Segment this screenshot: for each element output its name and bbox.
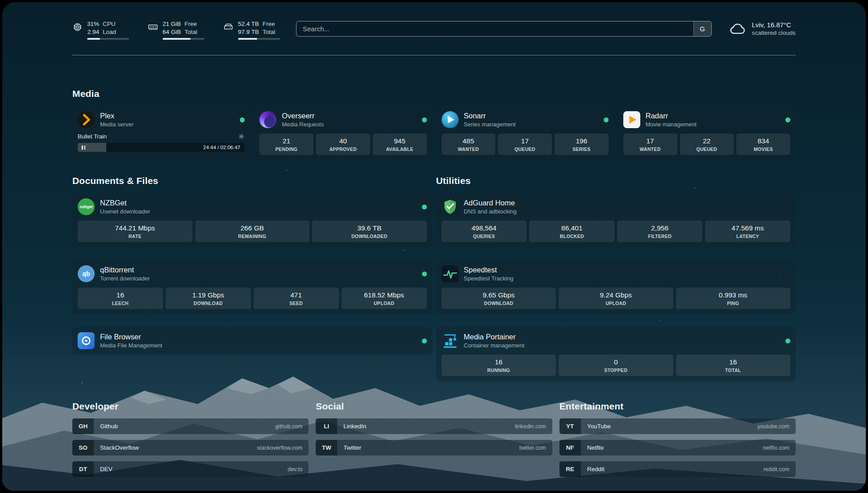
memory-total-value: 64 GiB <box>163 28 181 36</box>
bookmark-group-entertainment: Entertainment YT YouTube youtube.com NF … <box>559 401 796 483</box>
bookmark-abbr: GH <box>72 418 94 434</box>
bookmark-name: Github <box>100 423 118 430</box>
bookmark-netflix[interactable]: NF Netflix netflix.com <box>559 440 796 455</box>
stat-running: 16 RUNNING <box>442 355 556 376</box>
search-provider-button[interactable]: G <box>693 21 711 36</box>
service-card-plex[interactable]: Plex Media server Bullet Train <box>72 106 250 160</box>
cpu-usage-bar <box>87 38 129 40</box>
stat-downloaded: 39.6 TB DOWNLOADED <box>312 221 427 242</box>
stat-queued: 22 QUEUED <box>680 134 734 155</box>
disk-total-value: 97.9 TB <box>238 28 259 36</box>
stat-latency: 47.569 ms LATENCY <box>705 221 790 242</box>
service-desc: Media Requests <box>282 121 324 128</box>
bookmark-github[interactable]: GH Github github.com <box>72 418 309 434</box>
stat-blocked: 86,401 BLOCKED <box>529 221 614 242</box>
overseerr-icon <box>259 111 276 128</box>
service-card-nzbget[interactable]: nzbget NZBGet Usenet downloader 744.21 M… <box>72 193 432 247</box>
disk-icon <box>223 20 234 32</box>
bookmark-dev[interactable]: DT DEV dev.to <box>72 461 309 477</box>
stat-stopped: 0 STOPPED <box>559 355 673 376</box>
playback-time: 24:44 / 02:06:47 <box>203 145 240 150</box>
memory-total-label: Total <box>184 28 197 36</box>
memory-free-label: Free <box>184 20 197 28</box>
weather-location: Lviv, 16.87°C <box>752 21 796 29</box>
service-desc: Speedtest Tracking <box>464 275 513 282</box>
stat-movies: 834 MOVIES <box>736 134 790 155</box>
bookmark-youtube[interactable]: YT YouTube youtube.com <box>559 418 796 434</box>
bookmark-twitter[interactable]: TW Twitter twitter.com <box>316 440 552 455</box>
service-card-speedtest[interactable]: Speedtest Speedtest Tracking 9.65 Gbps D… <box>436 260 796 314</box>
bookmark-abbr: LI <box>316 418 337 434</box>
section-media: Media Plex Media server <box>72 88 796 160</box>
stat-remaining: 266 GB REMAINING <box>195 221 310 242</box>
disk-usage-bar <box>238 38 280 40</box>
resource-widgets: 31% 2.94 CPU Load <box>72 20 280 40</box>
status-dot <box>422 205 427 209</box>
bookmark-name: StackOverflow <box>100 444 139 451</box>
playback-progress-bar: 24:44 / 02:06:47 <box>78 143 245 152</box>
service-desc: Series management <box>464 121 516 128</box>
service-name: Speedtest <box>464 266 513 274</box>
top-bar: 31% 2.94 CPU Load <box>72 2 796 40</box>
stat-filtered: 2,956 FILTERED <box>617 221 702 242</box>
bookmark-linkedin[interactable]: LI LinkedIn linkedin.com <box>316 418 552 434</box>
status-dot <box>240 117 245 122</box>
stat-queued: 17 QUEUED <box>498 134 552 155</box>
stat-available: 945 AVAILABLE <box>373 134 427 155</box>
memory-free-value: 21 GiB <box>163 20 181 28</box>
service-card-radarr[interactable]: Radarr Movie management 17 WANTED 22 QUE… <box>618 106 796 160</box>
stat-series: 196 SERIES <box>555 134 609 155</box>
status-dot <box>785 117 790 122</box>
bookmark-name: Reddit <box>587 466 605 472</box>
service-card-overseerr[interactable]: Overseerr Media Requests 21 PENDING 40 A… <box>254 106 432 160</box>
search-bar: G <box>296 21 712 37</box>
bookmark-url: dev.to <box>288 466 302 472</box>
search-input[interactable] <box>296 21 693 36</box>
cpu-percent: 31% <box>87 20 99 28</box>
service-desc: Usenet downloader <box>100 208 150 215</box>
section-documents: Documents & Files nzbget NZBGet Usenet d… <box>72 175 432 381</box>
weather-widget: Lviv, 16.87°C scattered clouds <box>729 21 796 36</box>
now-playing-title: Bullet Train <box>78 133 107 140</box>
service-name: Radarr <box>646 112 697 120</box>
bookmark-abbr: SO <box>72 440 94 455</box>
service-desc: DNS and adblocking <box>464 208 517 215</box>
section-title-utilities: Utilities <box>436 175 796 186</box>
section-title-social: Social <box>316 401 552 412</box>
service-name: File Browser <box>100 333 162 341</box>
status-dot <box>785 338 790 343</box>
service-name: qBittorrent <box>100 266 150 274</box>
bookmark-name: YouTube <box>587 423 611 430</box>
stat-approved: 40 APPROVED <box>316 134 370 155</box>
section-title-media: Media <box>72 88 796 99</box>
speedtest-icon <box>442 265 459 282</box>
bookmark-abbr: YT <box>559 418 581 434</box>
cpu-widget: 31% 2.94 CPU Load <box>72 20 129 40</box>
bookmark-reddit[interactable]: RE Reddit reddit.com <box>559 461 796 477</box>
gear-icon[interactable] <box>238 133 245 140</box>
service-name: AdGuard Home <box>464 199 517 207</box>
service-name: Overseerr <box>282 112 324 120</box>
stat-download: 9.65 Gbps DOWNLOAD <box>442 288 556 309</box>
status-dot <box>604 117 609 122</box>
service-card-filebrowser[interactable]: File Browser Media File Management <box>72 327 432 355</box>
service-desc: Torrent downloader <box>100 275 150 282</box>
service-card-portainer[interactable]: Media Portainer Container management 16 … <box>436 327 796 381</box>
service-card-sonarr[interactable]: Sonarr Series management 485 WANTED 17 Q… <box>436 106 614 160</box>
bookmark-stackoverflow[interactable]: SO StackOverflow stackoverflow.com <box>72 440 309 455</box>
service-card-adguard[interactable]: AdGuard Home DNS and adblocking 498,564 … <box>436 193 796 247</box>
stat-pending: 21 PENDING <box>259 134 313 155</box>
stat-ping: 0.993 ms PING <box>676 288 791 309</box>
stat-upload: 618.52 Mbps UPLOAD <box>342 288 427 309</box>
disk-free-label: Free <box>263 20 275 28</box>
service-desc: Media File Management <box>100 342 162 349</box>
ram-icon <box>148 20 158 32</box>
dashboard-screen: 31% 2.94 CPU Load <box>2 2 866 491</box>
cloud-icon <box>729 21 747 36</box>
service-desc: Media server <box>100 121 134 128</box>
service-card-qbittorrent[interactable]: qb qBittorrent Torrent downloader 16 LEE… <box>72 260 432 314</box>
disk-free-value: 52.4 TB <box>238 20 259 28</box>
service-desc: Container management <box>464 342 525 349</box>
memory-widget: 21 GiB 64 GiB Free Total <box>148 20 204 40</box>
bookmark-name: DEV <box>100 466 113 472</box>
